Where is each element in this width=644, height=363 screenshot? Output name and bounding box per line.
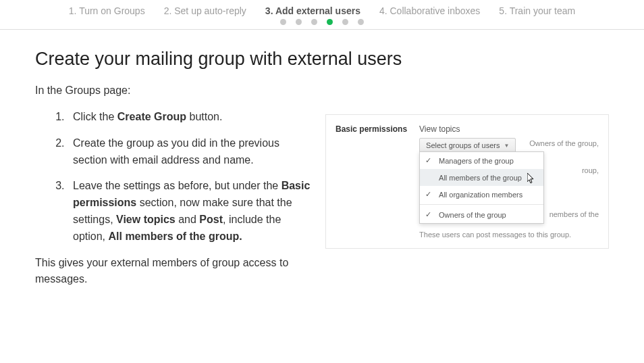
post-caption: These users can post messages to this gr…	[419, 231, 599, 239]
cursor-icon	[527, 172, 535, 185]
instruction-list: Click the Create Group button. Create th…	[35, 109, 312, 245]
members-fragment: nembers of the	[549, 210, 599, 219]
view-topics-label: View topics	[419, 124, 599, 134]
dot-5[interactable]	[342, 19, 348, 25]
dot-2[interactable]	[296, 19, 302, 25]
stepper: 1. Turn on Groups 2. Set up auto-reply 3…	[0, 0, 644, 19]
dropdown-item-org-members[interactable]: ✓ All organization members	[420, 186, 543, 203]
dropdown-item-all-members[interactable]: ✓ All members of the group	[420, 169, 543, 186]
dropdown-item-owners[interactable]: ✓ Owners of the group	[420, 206, 543, 223]
permissions-figure: Basic permissions View topics Select gro…	[325, 114, 609, 249]
main-content: Create your mailing group with external …	[0, 30, 644, 288]
owners-fragment: Owners of the group,	[529, 139, 599, 147]
caret-down-icon: ▼	[504, 143, 510, 149]
stepper-dots	[0, 19, 644, 30]
check-icon: ✓	[425, 156, 433, 165]
dropdown-item-managers[interactable]: ✓ Managers of the group	[420, 152, 543, 169]
check-icon: ✓	[425, 190, 433, 199]
list-item-1: Click the Create Group button.	[68, 109, 312, 126]
list-item-3: Leave the settings as before, but under …	[68, 178, 312, 245]
stepper-item-3[interactable]: 3. Add external users	[265, 5, 360, 16]
dot-6[interactable]	[358, 19, 364, 25]
stepper-item-1[interactable]: 1. Turn on Groups	[69, 5, 145, 16]
users-dropdown: ✓ Managers of the group ✓ All members of…	[419, 151, 544, 224]
footnote: This gives your external members of grou…	[35, 255, 312, 289]
select-users-label: Select groups of users	[426, 141, 500, 149]
dot-3[interactable]	[311, 19, 317, 25]
stepper-item-2[interactable]: 2. Set up auto-reply	[164, 5, 246, 16]
page-title: Create your mailing group with external …	[35, 49, 609, 70]
intro-text: In the Groups page:	[35, 84, 609, 97]
basic-permissions-label: Basic permissions	[336, 124, 407, 239]
check-icon: ✓	[425, 210, 433, 219]
stepper-item-5[interactable]: 5. Train your team	[499, 5, 575, 16]
list-item-2: Create the group as you did in the previ…	[68, 135, 312, 169]
dropdown-separator	[420, 204, 543, 205]
dot-4[interactable]	[327, 19, 333, 25]
stepper-item-4[interactable]: 4. Collaborative inboxes	[379, 5, 480, 16]
dot-1[interactable]	[280, 19, 286, 25]
select-users-dropdown-button[interactable]: Select groups of users ▼	[419, 138, 516, 153]
roup-fragment: roup,	[582, 166, 599, 174]
